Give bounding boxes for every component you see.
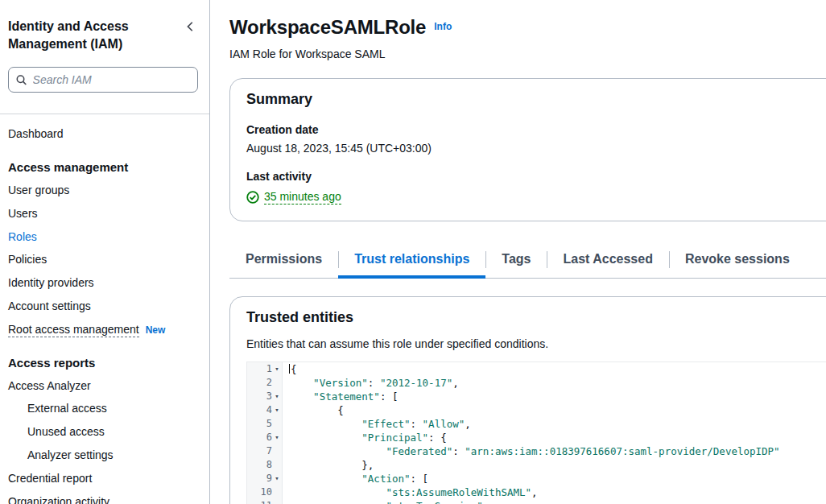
fold-caret-icon[interactable]: ▾ — [272, 403, 282, 417]
sidebar-section-access-reports: Access reports — [8, 351, 198, 374]
sidebar-item-root-access-management[interactable]: Root access managementNew — [8, 318, 198, 341]
sidebar-item-label: User groups — [8, 184, 69, 196]
code-line: 7 "Federated": "arn:aws:iam::01839761660… — [247, 444, 826, 458]
sidebar-item-organization-activity[interactable]: Organization activity — [8, 490, 198, 504]
fold-caret-icon[interactable]: ▾ — [272, 431, 282, 444]
trusted-entities-description: Entities that can assume this role under… — [246, 337, 826, 350]
line-number-gutter: 8 — [247, 458, 283, 472]
search-box[interactable] — [8, 67, 198, 93]
sidebar-item-label: Credential report — [8, 472, 92, 485]
check-circle-icon — [246, 191, 259, 204]
line-number-gutter: 3▾ — [247, 390, 283, 403]
line-number: 8 — [266, 458, 272, 472]
sidebar-collapse-button[interactable] — [184, 19, 198, 36]
code-line: 1▾{ — [247, 362, 826, 376]
trusted-entities-card: Trusted entities Entities that can assum… — [229, 296, 826, 504]
line-number: 6 — [266, 431, 272, 444]
sidebar-item-dashboard[interactable]: Dashboard — [8, 122, 198, 146]
line-number-gutter: 10 — [247, 485, 283, 499]
text-cursor — [289, 364, 290, 374]
last-activity-row: 35 minutes ago — [246, 190, 826, 204]
code-line: 3▾ "Statement": [ — [247, 390, 826, 403]
page-header: WorkspaceSAMLRoleInfo — [229, 16, 826, 39]
sidebar-item-policies[interactable]: Policies — [8, 248, 198, 271]
sidebar-item-unused-access[interactable]: Unused access — [8, 420, 198, 444]
code-line: 8 }, — [247, 458, 826, 472]
sidebar-item-label: Policies — [8, 253, 47, 266]
line-number-gutter: 7 — [247, 444, 283, 458]
sidebar-item-roles[interactable]: Roles — [8, 225, 198, 249]
sidebar-item-users[interactable]: Users — [8, 202, 198, 225]
line-number: 1 — [266, 362, 272, 376]
fold-caret-icon[interactable]: ▾ — [272, 362, 282, 376]
last-activity-label: Last activity — [246, 170, 826, 183]
sidebar-item-analyzer-settings[interactable]: Analyzer settings — [8, 444, 198, 467]
line-number-gutter: 9▾ — [247, 472, 283, 485]
code-text: "Version": "2012-10-17", — [283, 376, 459, 390]
sidebar-item-label: Organization activity — [8, 495, 109, 504]
sidebar-divider — [0, 114, 209, 114]
code-text: "sts:TagSession" — [283, 499, 483, 504]
fold-caret-icon[interactable]: ▾ — [272, 472, 282, 485]
trust-policy-editor[interactable]: 1▾{2 "Version": "2012-10-17",3▾ "Stateme… — [246, 361, 826, 504]
last-activity-value[interactable]: 35 minutes ago — [264, 190, 341, 204]
page-title: WorkspaceSAMLRole — [229, 16, 426, 38]
code-text: { — [283, 403, 344, 417]
sidebar-item-label: Dashboard — [8, 127, 64, 140]
line-number: 9 — [266, 472, 272, 485]
sidebar-item-label: External access — [27, 402, 107, 415]
sidebar-header: Identity and Access Management (IAM) — [8, 18, 198, 52]
code-line: 2 "Version": "2012-10-17", — [247, 376, 826, 390]
sidebar-item-label: Unused access — [27, 425, 105, 438]
code-text: }, — [283, 458, 374, 472]
info-link[interactable]: Info — [434, 21, 452, 32]
sidebar-item-access-analyzer[interactable]: Access Analyzer — [8, 374, 198, 398]
sidebar-item-label: Account settings — [8, 300, 91, 312]
sidebar: Identity and Access Management (IAM) Das… — [0, 0, 210, 504]
creation-date-value: August 18, 2023, 15:45 (UTC+03:00) — [246, 142, 826, 155]
line-number: 3 — [266, 390, 272, 403]
sidebar-item-label: Root access management — [8, 323, 139, 337]
code-text: "Federated": "arn:aws:iam::018397616607:… — [283, 444, 780, 458]
sidebar-item-external-access[interactable]: External access — [8, 397, 198, 420]
line-number: 4 — [266, 403, 272, 417]
code-text: "Action": [ — [283, 472, 428, 485]
page-subtitle: IAM Role for Workspace SAML — [229, 48, 826, 60]
line-number: 10 — [261, 485, 272, 499]
code-text: "sts:AssumeRoleWithSAML", — [283, 485, 538, 499]
code-line: 9▾ "Action": [ — [247, 472, 826, 485]
sidebar-item-credential-report[interactable]: Credential report — [8, 467, 198, 490]
line-number-gutter: 5 — [247, 417, 283, 431]
line-number: 2 — [266, 376, 272, 390]
main-content: WorkspaceSAMLRoleInfo IAM Role for Works… — [210, 0, 826, 504]
tab-trust-relationships[interactable]: Trust relationships — [338, 246, 485, 278]
sidebar-item-label: Analyzer settings — [27, 448, 114, 461]
code-text: "Statement": [ — [283, 390, 398, 403]
line-number-gutter: 4▾ — [247, 403, 283, 417]
tab-last-accessed[interactable]: Last Accessed — [547, 246, 668, 278]
tab-revoke-sessions[interactable]: Revoke sessions — [669, 246, 806, 278]
sidebar-title: Identity and Access Management (IAM) — [8, 18, 161, 52]
sidebar-item-user-groups[interactable]: User groups — [8, 179, 198, 202]
code-line: 6▾ "Principal": { — [247, 431, 826, 444]
tab-tags[interactable]: Tags — [485, 246, 547, 278]
trusted-entities-heading: Trusted entities — [246, 309, 826, 326]
new-badge: New — [146, 324, 166, 336]
tab-permissions[interactable]: Permissions — [229, 246, 338, 278]
fold-caret-icon[interactable]: ▾ — [272, 390, 282, 403]
sidebar-item-account-settings[interactable]: Account settings — [8, 295, 198, 318]
sidebar-item-identity-providers[interactable]: Identity providers — [8, 271, 198, 295]
line-number: 11 — [261, 499, 272, 504]
code-line: 11 "sts:TagSession" — [247, 499, 826, 504]
line-number-gutter: 11 — [247, 499, 283, 504]
line-number-gutter: 2 — [247, 376, 283, 390]
search-input[interactable] — [33, 73, 190, 86]
iam-console: Identity and Access Management (IAM) Das… — [0, 0, 826, 504]
line-number: 5 — [266, 417, 272, 431]
line-number-gutter: 6▾ — [247, 431, 283, 444]
code-text: "Effect": "Allow", — [283, 417, 471, 431]
summary-card: Summary Creation date August 18, 2023, 1… — [229, 78, 826, 221]
code-text: "Principal": { — [283, 431, 447, 444]
summary-heading: Summary — [246, 91, 826, 108]
code-line: 4▾ { — [247, 403, 826, 417]
